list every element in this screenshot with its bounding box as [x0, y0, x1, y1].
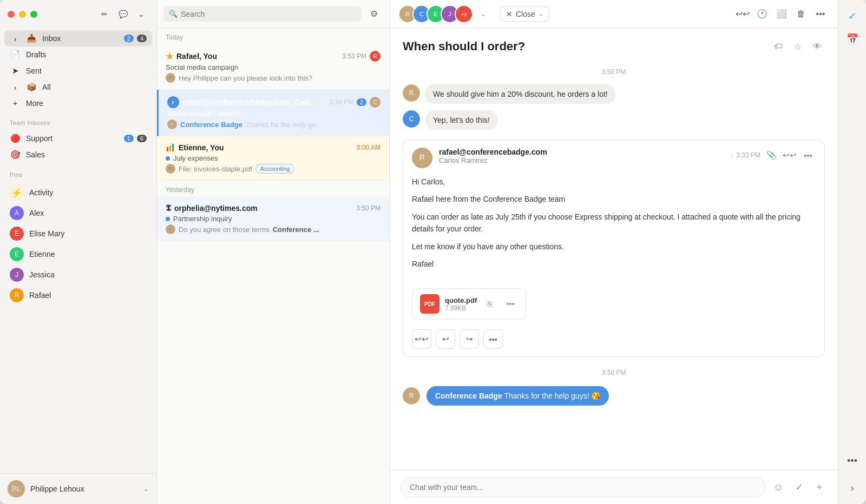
rt-collapse-button[interactable]: › [843, 478, 862, 498]
more-reply-button[interactable]: ••• [483, 329, 503, 349]
rt-checkmark-button[interactable]: ✓ [843, 6, 862, 26]
traffic-light-green[interactable] [30, 11, 37, 18]
sidebar-item-sales[interactable]: 🎯 Sales [4, 147, 152, 163]
attachment-more-button[interactable]: ••• [503, 296, 518, 311]
sidebar-item-elise[interactable]: E Elise Mary [4, 223, 152, 244]
email-item-conferencebadge[interactable]: r rafael@conferencebadge.com, Carl... 3:… [157, 90, 389, 136]
email-card-more-button[interactable]: ••• [801, 148, 816, 163]
plus-button[interactable]: + [812, 480, 827, 495]
tag-button[interactable]: 🏷 [771, 39, 786, 54]
search-input[interactable] [181, 10, 356, 18]
team-inboxes-section-label: Team Inboxes [0, 113, 156, 128]
user-avatar: PL [8, 480, 25, 498]
footer-chevron-icon[interactable]: ⌄ [143, 485, 149, 493]
sidebar-item-support[interactable]: 🔴 Support 1 6 [4, 130, 152, 147]
svg-text:E: E [434, 10, 438, 17]
sidebar-item-inbox[interactable]: › 📥 Inbox 2 4 [4, 30, 152, 47]
sidebar-item-sent[interactable]: ➤ Sent [4, 63, 152, 79]
chat-input-row: ☺ ✓ + [390, 470, 838, 504]
rt-more-button[interactable]: ••• [843, 451, 862, 470]
thread-timestamp-1: 3:50 PM [390, 63, 838, 81]
archive-button[interactable]: ⬜ [773, 5, 790, 23]
sent-icon: ➤ [10, 66, 21, 76]
forward-action-button[interactable]: ↪ [460, 329, 479, 349]
eye-button[interactable]: 👁 [810, 39, 825, 54]
sidebar-chevron-button[interactable]: ⌄ [134, 6, 149, 22]
email-sender-name: orphelia@nytimes.com [174, 204, 258, 213]
sidebar-footer: PL Philippe Lehoux ⌄ [0, 473, 156, 504]
sender-avatar: r [167, 96, 179, 108]
email-from-name: Carlos Ramirez [439, 156, 731, 164]
email-badge-num: 2 [357, 98, 366, 106]
detail-header: R C E J +2 ⌄ ✕ Close ⌄ ↩↩ 🕐 ⬜ 🗑 ••• [390, 0, 838, 28]
sidebar-item-all[interactable]: › 📦 All [4, 79, 152, 95]
sidebar-item-more[interactable]: + More [4, 95, 152, 111]
activity-label: Activity [29, 188, 53, 197]
email-preview-text: Thanks for the help gu... [246, 121, 322, 129]
email-list-header: 🔍 ⚙ [157, 0, 389, 28]
team-inboxes-nav: 🔴 Support 1 6 🎯 Sales [0, 128, 156, 165]
traffic-light-red[interactable] [8, 11, 15, 18]
email-item-orphelia[interactable]: 𝕿 orphelia@nytimes.com 3:50 PM Partnersh… [157, 197, 389, 241]
drafts-label: Drafts [26, 50, 147, 59]
svg-rect-13 [169, 145, 171, 151]
group-chevron-icon[interactable]: ⌄ [481, 10, 486, 18]
cb-bubble-text: Conference Badge Thanks for the help guy… [427, 386, 609, 406]
attachment-copy-button[interactable]: ⎘ [482, 296, 497, 311]
sidebar-item-rafael[interactable]: R Rafael [4, 285, 152, 306]
email-subject: When should I order? [167, 110, 240, 118]
reply-all-action-button[interactable]: ↩↩ [412, 329, 431, 349]
filter-button[interactable]: ⚙ [365, 5, 383, 23]
email-preview-text: File: invoices-staple.pdf [179, 165, 252, 173]
reply-action-button[interactable]: ↩ [436, 329, 455, 349]
inbox-label: Inbox [42, 34, 117, 43]
more-actions-button[interactable]: ••• [812, 5, 829, 23]
chat-button[interactable]: 💬 [115, 6, 130, 22]
search-icon: 🔍 [169, 10, 178, 18]
chat-input[interactable] [401, 477, 765, 498]
alex-label: Alex [29, 209, 44, 217]
reply-all-button[interactable]: ↩↩ [734, 5, 751, 23]
sidebar-nav: › 📥 Inbox 2 4 📄 Drafts ➤ Sent › � [0, 28, 156, 113]
clock-button[interactable]: 🕐 [753, 5, 771, 23]
unread-dot [166, 156, 170, 161]
email-para3: Let me know if you have any other questi… [412, 241, 816, 253]
check-button[interactable]: ✓ [791, 480, 806, 495]
star-icon: ★ [166, 51, 173, 62]
email-item-rafael[interactable]: ★ Rafael, You 3:53 PM R Social media cam… [157, 44, 389, 90]
sidebar-item-activity[interactable]: ⚡ Activity [4, 182, 152, 203]
traffic-light-yellow[interactable] [19, 11, 26, 18]
email-preview-text: Hey Philippe can you please look into th… [179, 74, 312, 82]
preview-avatar-3: R [166, 164, 175, 174]
attachment: PDF quote.pdf 7.99KB ⎘ ••• [412, 288, 526, 320]
rt-calendar-button[interactable]: 📅 [843, 29, 862, 49]
trash-button[interactable]: 🗑 [792, 5, 810, 23]
search-box[interactable]: 🔍 [163, 6, 361, 22]
star-button[interactable]: ☆ [790, 39, 805, 54]
email-from-email: rafael@conferencebadge.com [439, 148, 731, 156]
sidebar-item-etienne[interactable]: E Etienne [4, 244, 152, 264]
sidebar-item-jessica[interactable]: J Jessica [4, 264, 152, 285]
close-icon: ✕ [506, 10, 513, 18]
svg-text:J: J [448, 10, 451, 17]
drafts-icon: 📄 [10, 50, 21, 59]
email-card-paperclip-button[interactable]: 📎 [764, 148, 779, 163]
accounting-tag: Accounting [255, 164, 294, 174]
emoji-button[interactable]: ☺ [771, 480, 786, 495]
sidebar-item-alex[interactable]: A Alex [4, 203, 152, 223]
more-label: More [26, 99, 147, 108]
chat-avatar-rafael: R [403, 84, 420, 102]
email-card-reply-all-button[interactable]: ↩↩ [782, 148, 797, 163]
svg-text:PL: PL [12, 485, 21, 493]
email-avatar-badge-2: C [370, 97, 380, 108]
svg-rect-12 [167, 147, 168, 151]
email-item-etienne[interactable]: Etienne, You 8:00 AM July expenses R Fil… [157, 136, 389, 181]
more-plus-icon: + [10, 98, 21, 108]
thread-subject: When should I order? [403, 39, 525, 54]
compose-button[interactable]: ✏ [97, 6, 112, 22]
close-button[interactable]: ✕ Close ⌄ [500, 6, 549, 22]
subject-row: When should I order? 🏷 ☆ 👁 [390, 28, 838, 63]
attachment-size: 7.99KB [445, 304, 477, 312]
svg-text:C: C [419, 10, 424, 17]
sidebar-item-drafts[interactable]: 📄 Drafts [4, 47, 152, 63]
